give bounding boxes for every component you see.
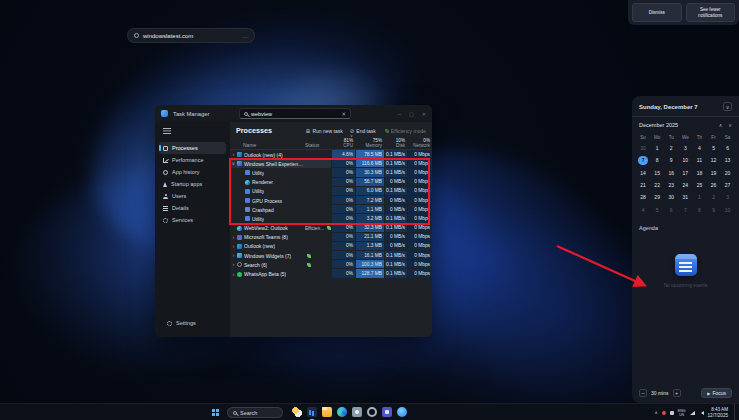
network-column-header[interactable]: 0% Network xyxy=(407,138,432,148)
calendar-day[interactable]: 3 xyxy=(721,191,735,203)
calendar-day[interactable]: 6 xyxy=(664,203,678,215)
maximize-icon[interactable]: ▢ xyxy=(409,111,414,117)
name-column-header[interactable]: Name xyxy=(230,142,305,148)
search-input[interactable]: webview ✕ xyxy=(239,108,351,119)
file-explorer-icon[interactable] xyxy=(322,407,332,417)
increase-duration-button[interactable]: + xyxy=(673,389,681,397)
store-icon[interactable] xyxy=(397,407,407,417)
sidebar-item-settings[interactable]: Settings xyxy=(163,317,222,329)
calendar-day[interactable]: 9 xyxy=(664,154,678,166)
hamburger-menu-icon[interactable] xyxy=(163,128,171,134)
sidebar-item-startup-apps[interactable]: Startup apps xyxy=(159,178,226,190)
show-desktop-button[interactable] xyxy=(734,404,736,420)
weather-icon[interactable] xyxy=(292,407,302,417)
expander-icon[interactable]: › xyxy=(230,253,237,258)
process-row[interactable]: WebView2: OutlookEfficiency…0%32.3 MB0.1… xyxy=(230,224,432,233)
more-options-icon[interactable]: … xyxy=(242,33,248,39)
calendar-day[interactable]: 18 xyxy=(692,167,706,179)
calendar-day[interactable]: 22 xyxy=(650,179,664,191)
calendar-day[interactable]: 11 xyxy=(692,154,706,166)
process-row[interactable]: ›Outlook (new) (4)4.6%78.5 MB0.1 MB/s0 M… xyxy=(230,150,432,159)
calendar-day[interactable]: 13 xyxy=(721,154,735,166)
process-row[interactable]: Crashpad0%1.1 MB0 MB/s0 Mbps xyxy=(230,205,432,214)
network-icon[interactable] xyxy=(690,411,695,415)
expander-icon[interactable]: › xyxy=(230,262,237,267)
expander-icon[interactable]: › xyxy=(230,244,237,249)
calendar-day[interactable]: 27 xyxy=(721,179,735,191)
see-fewer-notifications-button[interactable]: See fewer notifications xyxy=(686,3,736,22)
process-row[interactable]: ›Search (6)0%100.3 MB0.1 MB/s0 Mbps xyxy=(230,260,432,269)
tray-status-icon[interactable] xyxy=(662,411,666,415)
calendar-day[interactable]: 17 xyxy=(678,167,692,179)
calendar-day[interactable]: 16 xyxy=(664,167,678,179)
clock[interactable]: 8:43 AM 12/7/2025 xyxy=(708,407,728,418)
table-header[interactable]: Name Status ∨ 81% CPU 75% Memory 10% Dis… xyxy=(230,139,432,150)
calendar-day[interactable]: 8 xyxy=(650,154,664,166)
process-row[interactable]: Renderer0%56.7 MB0 MB/s0 Mbps xyxy=(230,178,432,187)
calendar-day[interactable]: 30 xyxy=(636,142,650,154)
calendar-day[interactable]: 12 xyxy=(706,154,720,166)
calendar-day[interactable]: 31 xyxy=(678,191,692,203)
sidebar-item-details[interactable]: Details xyxy=(159,202,226,214)
process-row[interactable]: GPU Process0%7.2 MB0 MB/s0 Mbps xyxy=(230,196,432,205)
hidden-icons-chevron[interactable]: ∧ xyxy=(654,410,657,415)
task-manager-icon[interactable] xyxy=(307,407,317,417)
calendar-day[interactable]: 3 xyxy=(678,142,692,154)
calendar-day[interactable]: 5 xyxy=(650,203,664,215)
photos-icon[interactable] xyxy=(352,407,362,417)
collapse-calendar-button[interactable]: ∨ xyxy=(723,102,732,111)
calendar-day[interactable]: 14 xyxy=(636,167,650,179)
sidebar-item-processes[interactable]: Processes xyxy=(159,142,226,154)
expander-icon[interactable]: › xyxy=(230,235,237,240)
calendar-day[interactable]: 2 xyxy=(706,191,720,203)
focus-button[interactable]: ▶ Focus xyxy=(701,388,732,398)
calendar-day[interactable]: 4 xyxy=(692,142,706,154)
process-row[interactable]: ∨Windows Shell Experience Hos...0%116.6 … xyxy=(230,159,432,168)
calendar-day[interactable]: 4 xyxy=(636,203,650,215)
edge-icon[interactable] xyxy=(337,407,347,417)
calendar-day[interactable]: 19 xyxy=(706,167,720,179)
calendar-day[interactable]: 1 xyxy=(650,142,664,154)
taskbar-search[interactable]: Search xyxy=(227,407,283,418)
process-row[interactable]: ›Windows Widgets (7)0%16.1 MB0.1 MB/s0 M… xyxy=(230,251,432,260)
settings-icon[interactable] xyxy=(367,407,377,417)
teams-icon[interactable] xyxy=(382,407,392,417)
calendar-day[interactable]: 24 xyxy=(678,179,692,191)
calendar-day[interactable]: 6 xyxy=(721,142,735,154)
efficiency-mode-button[interactable]: Efficiency mode xyxy=(383,128,426,134)
calendar-day[interactable]: 2 xyxy=(664,142,678,154)
expander-icon[interactable]: ∨ xyxy=(230,161,237,166)
process-row[interactable]: ›Microsoft Teams (8)0%21.1 MB0 MB/s0 Mbp… xyxy=(230,233,432,242)
close-icon[interactable]: ✕ xyxy=(422,111,426,117)
calendar-day[interactable]: 23 xyxy=(664,179,678,191)
calendar-day[interactable]: 29 xyxy=(650,191,664,203)
calendar-day[interactable]: 21 xyxy=(636,179,650,191)
memory-column-header[interactable]: 75% Memory xyxy=(355,138,384,148)
calendar-day[interactable]: 20 xyxy=(721,167,735,179)
decrease-duration-button[interactable]: – xyxy=(639,389,647,397)
next-month-icon[interactable]: ∨ xyxy=(728,122,732,128)
calendar-day[interactable]: 15 xyxy=(650,167,664,179)
calendar-day[interactable]: 9 xyxy=(706,203,720,215)
minimize-icon[interactable]: ─ xyxy=(398,111,402,117)
calendar-day[interactable]: 7 xyxy=(678,203,692,215)
calendar-day[interactable]: 26 xyxy=(706,179,720,191)
calendar-day[interactable]: 1 xyxy=(692,191,706,203)
start-button[interactable] xyxy=(212,409,219,416)
sidebar-item-performance[interactable]: Performance xyxy=(159,154,226,166)
title-bar[interactable]: Task Manager webview ✕ ─ ▢ ✕ xyxy=(155,105,432,122)
calendar-day[interactable]: 10 xyxy=(678,154,692,166)
calendar-day[interactable]: 8 xyxy=(692,203,706,215)
expander-icon[interactable]: › xyxy=(230,272,237,277)
clear-search-icon[interactable]: ✕ xyxy=(341,111,346,117)
language-indicator[interactable]: ENG US xyxy=(678,409,686,417)
status-column-header[interactable]: Status xyxy=(305,142,331,148)
expander-icon[interactable]: › xyxy=(230,152,237,157)
process-row[interactable]: Utility0%3.2 MB0.1 MB/s0 Mbps xyxy=(230,214,432,223)
calendar-day[interactable]: 25 xyxy=(692,179,706,191)
address-pill[interactable]: windowslatest.com … xyxy=(127,28,255,43)
sidebar-item-services[interactable]: Services xyxy=(159,214,226,226)
calendar-day[interactable]: 30 xyxy=(664,191,678,203)
calendar-day[interactable]: 10 xyxy=(721,203,735,215)
process-row[interactable]: ›WhatsApp Beta (5)0%128.7 MB0.1 MB/s0 Mb… xyxy=(230,269,432,278)
